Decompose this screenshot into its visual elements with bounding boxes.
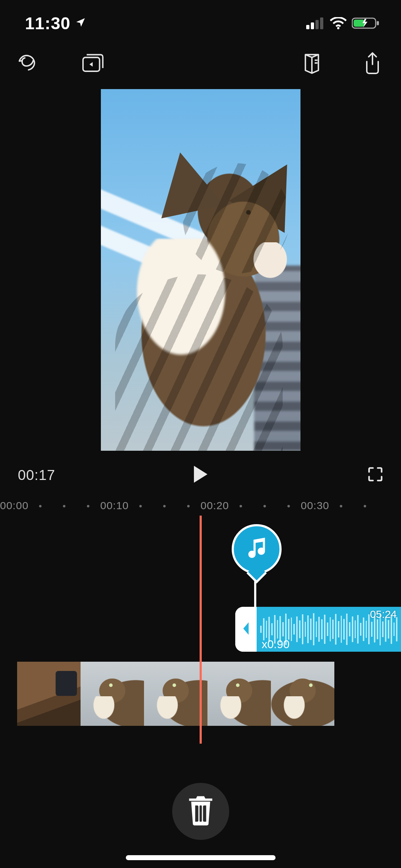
ruler-tick: [29, 500, 52, 512]
chevron-left-icon: [241, 621, 251, 637]
wifi-icon: [330, 17, 347, 29]
app-home-icon: [17, 52, 40, 76]
share-button[interactable]: [362, 53, 383, 75]
current-time-label: 00:17: [18, 467, 192, 483]
video-clip[interactable]: [17, 662, 334, 726]
ruler-tick: [176, 500, 200, 512]
location-arrow-icon: [75, 17, 86, 30]
ruler-tick: 00:20: [200, 500, 229, 512]
ruler-tick: [253, 500, 277, 512]
app-home-button[interactable]: [18, 53, 39, 75]
svg-rect-9: [196, 805, 199, 822]
ruler-tick: 00:30: [301, 500, 329, 512]
audio-waveform: 05:24 x0.90: [257, 607, 401, 652]
svg-point-4: [337, 27, 339, 29]
trash-icon: [187, 795, 215, 828]
ruler-tick: [229, 500, 253, 512]
status-left: 11:30: [25, 14, 86, 33]
video-thumbnail[interactable]: [271, 662, 334, 726]
video-thumbnail[interactable]: [207, 662, 271, 726]
timeline-playhead[interactable]: [200, 516, 202, 744]
svg-rect-2: [315, 20, 319, 29]
cellular-signal-icon: [306, 17, 325, 29]
status-bar: 11:30: [0, 0, 401, 46]
library-button[interactable]: [82, 53, 103, 75]
video-preview[interactable]: [101, 89, 300, 451]
home-indicator[interactable]: [126, 855, 276, 860]
svg-rect-6: [377, 21, 379, 25]
status-time: 11:30: [25, 14, 71, 33]
tutorial-icon: [302, 53, 322, 76]
fullscreen-button[interactable]: [367, 466, 383, 484]
timeline-tracks[interactable]: 05:24 x0.90: [0, 516, 401, 744]
delete-button[interactable]: [172, 783, 229, 840]
audio-clip[interactable]: 05:24 x0.90: [235, 607, 401, 652]
ruler-tick: [277, 500, 301, 512]
timeline-ruler[interactable]: 00:00 00:10 00:20 00:30: [0, 496, 401, 516]
video-thumbnail[interactable]: [17, 662, 81, 726]
play-button[interactable]: [192, 465, 209, 485]
app-toolbar: [0, 46, 401, 82]
fullscreen-icon: [367, 477, 383, 483]
ruler-tick: [76, 500, 100, 512]
tutorial-button[interactable]: [301, 53, 323, 75]
svg-rect-0: [306, 25, 309, 29]
status-right: [306, 17, 380, 30]
svg-rect-1: [311, 22, 314, 29]
timeline[interactable]: 00:00 00:10 00:20 00:30: [0, 496, 401, 758]
video-preview-area: [0, 82, 401, 451]
music-note-icon: [232, 524, 282, 574]
audio-speed-label: x0.90: [262, 638, 289, 651]
ruler-tick: [129, 500, 153, 512]
audio-clip-trim-handle[interactable]: [235, 607, 257, 652]
transport-bar: 00:17: [0, 461, 401, 489]
audio-marker-stem: [254, 581, 256, 610]
ruler-tick: [353, 500, 377, 512]
ruler-tick: [153, 500, 176, 512]
play-icon: [192, 479, 209, 485]
ruler-tick: [52, 500, 76, 512]
video-thumbnail[interactable]: [144, 662, 207, 726]
ruler-tick: 00:00: [0, 500, 29, 512]
ruler-tick: [329, 500, 353, 512]
audio-duration-label: 05:24: [370, 608, 397, 620]
audio-marker[interactable]: [232, 524, 282, 581]
share-icon: [363, 52, 382, 76]
svg-rect-3: [320, 17, 323, 29]
svg-rect-11: [203, 805, 205, 822]
video-thumbnail[interactable]: [81, 662, 144, 726]
svg-rect-10: [199, 805, 202, 822]
ruler-tick: 00:10: [100, 500, 129, 512]
battery-charging-icon: [352, 17, 380, 30]
library-icon: [82, 53, 104, 75]
